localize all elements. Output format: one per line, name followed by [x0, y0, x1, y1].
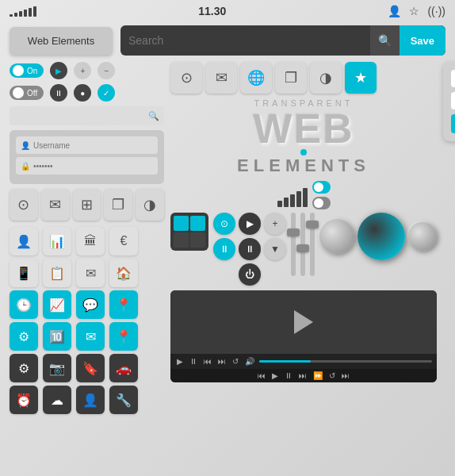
toggle-off-knob [13, 87, 24, 98]
slider-thumb-1[interactable] [287, 228, 300, 236]
slider-thumb-2[interactable] [296, 244, 309, 252]
sliders-area [291, 213, 315, 276]
minus-button[interactable]: − [98, 62, 115, 79]
slider-track-2[interactable] [300, 213, 305, 276]
center-icon-star-teal[interactable]: ★ [345, 62, 377, 94]
toggle-off[interactable]: Off [10, 86, 44, 100]
center-icon-globe[interactable]: 🌐 [240, 62, 272, 94]
vc-prev[interactable]: ⏮ [202, 357, 213, 366]
knob-gray[interactable] [319, 219, 354, 254]
icon-10-teal[interactable]: 🔟 [43, 322, 71, 351]
icon-car-dark[interactable]: 🚗 [109, 354, 138, 382]
vb-reload[interactable]: ↺ [327, 371, 337, 380]
icon-bookmark-dark[interactable]: 🔖 [76, 354, 105, 382]
small-search-input[interactable] [10, 111, 143, 121]
mi-4 [190, 232, 205, 248]
save-button[interactable]: Save [400, 25, 445, 56]
slider-3 [310, 213, 315, 276]
vc-reload[interactable]: ↺ [231, 357, 240, 366]
icon-gear-dark[interactable]: ⚙ [10, 354, 38, 382]
right-password-field: 🔒 [451, 92, 455, 109]
search-input[interactable] [120, 34, 370, 47]
vb-ff[interactable]: ⏩ [312, 371, 324, 380]
vc-pause[interactable]: ⏸ [188, 357, 199, 366]
med-btn-teal-2[interactable]: ⏸ [213, 238, 235, 260]
small-username-input[interactable] [33, 141, 153, 150]
med-btn-teal-1[interactable]: ⊙ [213, 213, 235, 235]
icon-camera-dark[interactable]: 📷 [43, 354, 71, 382]
icon-pin-teal[interactable]: 📍 [109, 290, 138, 319]
knob-teal-large[interactable] [358, 213, 405, 260]
mini-toggle-off[interactable] [312, 197, 331, 209]
video-progress-fill [259, 360, 311, 363]
center-icon-mail[interactable]: ✉ [205, 62, 237, 94]
pause-button[interactable]: ⏸ [50, 84, 67, 102]
vb-pause[interactable]: ⏸ [283, 371, 294, 380]
icon-mail2[interactable]: ✉ [76, 259, 105, 287]
med-btn-pause2[interactable]: ⏸ [239, 238, 261, 260]
check-button[interactable]: ✓ [98, 84, 115, 102]
slider-thumb-3[interactable] [306, 221, 319, 228]
med-btn-center-row: ⏻ [213, 263, 286, 286]
vb-end[interactable]: ⏭ [340, 371, 351, 380]
med-btn-down[interactable]: ▼ [264, 238, 286, 260]
signal-bar-5 [29, 8, 32, 17]
small-password-field: 🔒 [16, 157, 158, 175]
med-btn-power[interactable]: ⏻ [239, 263, 261, 286]
center-icon-copy[interactable]: ❐ [275, 62, 307, 94]
slider-track-1[interactable] [291, 213, 296, 276]
icon-chat-teal[interactable]: 💬 [76, 290, 105, 319]
icon-clipboard[interactable]: 📋 [43, 259, 71, 287]
vb-play[interactable]: ▶ [270, 371, 280, 380]
video-progress-bar[interactable] [259, 360, 432, 363]
toolbar-icon-grid[interactable]: ⊞ [73, 189, 101, 221]
center-top-icons: ⊙ ✉ 🌐 ❐ ◑ ★ [170, 62, 437, 94]
icon-user-dark[interactable]: 👤 [76, 386, 105, 414]
vc-vol[interactable]: 🔊 [243, 357, 256, 366]
add-button[interactable]: + [74, 62, 91, 79]
icon-clock-teal[interactable]: 🕒 [10, 290, 38, 319]
icon-chart[interactable]: 📊 [43, 227, 71, 255]
slider-track-3[interactable] [310, 213, 315, 276]
toolbar-icon-copy[interactable]: ❐ [104, 189, 132, 221]
icon-cloud-dark[interactable]: ☁ [43, 386, 71, 414]
small-search-icon: 🔍 [143, 111, 164, 121]
icon-user[interactable]: 👤 [10, 227, 38, 255]
web-label: WEB [170, 108, 437, 149]
wifi-status-icon: ((·)) [427, 5, 445, 17]
knob-small[interactable] [408, 222, 437, 251]
center-icon-pie[interactable]: ◑ [310, 62, 342, 94]
icon-map-teal[interactable]: 📍 [109, 322, 138, 351]
small-password-input[interactable] [33, 162, 153, 171]
web-elements-button[interactable]: Web Elements [10, 27, 113, 55]
play-button[interactable]: ▶ [50, 62, 67, 79]
content-area: On ▶ + − Off ⏸ ● ✓ 🔍 [10, 62, 445, 414]
icon-mobile[interactable]: 📱 [10, 259, 38, 287]
icon-building[interactable]: 🏛 [76, 227, 105, 255]
mini-toggle-on[interactable] [312, 181, 331, 194]
icon-trend-teal[interactable]: 📈 [43, 290, 71, 319]
toggle-on[interactable]: On [10, 63, 44, 78]
search-icon-button[interactable]: 🔍 [370, 25, 400, 56]
vb-next[interactable]: ⏭ [297, 371, 308, 380]
vc-play[interactable]: ▶ [175, 357, 185, 366]
vc-next[interactable]: ⏭ [216, 357, 228, 366]
toolbar-icon-mail[interactable]: ✉ [41, 189, 70, 221]
med-btn-add[interactable]: + [264, 213, 286, 235]
icon-alarm-dark[interactable]: ⏰ [10, 386, 38, 414]
record-button[interactable]: ● [74, 84, 91, 102]
toolbar-icon-chart[interactable]: ◑ [136, 189, 164, 221]
center-icon-target[interactable]: ⊙ [170, 62, 202, 94]
toolbar-icon-target[interactable]: ⊙ [10, 189, 38, 221]
bottom-media-section: ⊙ ▶ + ⏸ ⏸ ▼ ⏻ [170, 213, 437, 286]
icon-tools-dark[interactable]: 🔧 [109, 386, 138, 414]
icon-home[interactable]: 🏠 [109, 259, 138, 287]
right-save-button[interactable]: Save [451, 114, 455, 133]
icon-mail-teal[interactable]: ✉ [76, 322, 105, 351]
media-icon-box[interactable] [170, 213, 208, 251]
icon-gear-teal[interactable]: ⚙ [10, 322, 38, 351]
vb-start[interactable]: ⏮ [256, 371, 267, 380]
icon-euro[interactable]: € [109, 227, 138, 255]
med-btn-play[interactable]: ▶ [239, 213, 261, 235]
center-panel: ⊙ ✉ 🌐 ❐ ◑ ★ TRANSPARENT WEB ELEMENTS [170, 62, 437, 414]
